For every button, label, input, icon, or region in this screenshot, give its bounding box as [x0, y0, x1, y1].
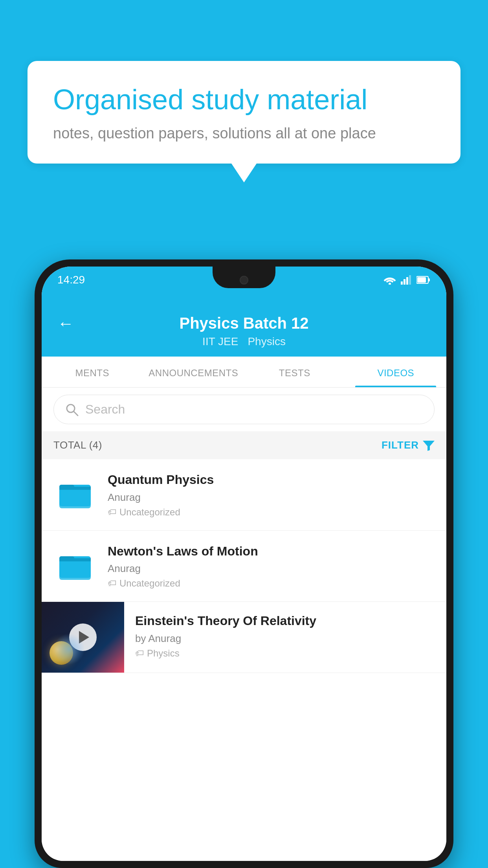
video-tag-einstein: Physics [147, 648, 180, 659]
phone-top-bar: 14:29 [42, 267, 446, 306]
video-info-newton: Newton's Laws of Motion Anurag 🏷 Uncateg… [108, 543, 435, 589]
tab-announcements[interactable]: ANNOUNCEMENTS [143, 357, 244, 387]
svg-point-0 [389, 283, 391, 285]
filter-icon [423, 440, 435, 451]
tabs-bar: MENTS ANNOUNCEMENTS TESTS VIDEOS [42, 357, 446, 388]
video-author-newton: Anurag [108, 563, 435, 575]
phone-screen: 14:29 [42, 267, 446, 861]
bubble-subtitle: notes, question papers, solutions all at… [53, 125, 435, 142]
speech-bubble-section: Organised study material notes, question… [28, 61, 460, 182]
folder-thumbnail-quantum [53, 473, 97, 516]
tag-icon: 🏷 [108, 507, 116, 517]
search-placeholder: Search [85, 402, 125, 417]
filter-button[interactable]: FILTER [382, 439, 435, 451]
page-title: Physics Batch 12 [179, 314, 308, 332]
bubble-title: Organised study material [53, 83, 435, 116]
video-tag-newton: Uncategorized [119, 578, 180, 589]
tag-icon: 🏷 [108, 578, 116, 588]
list-item[interactable]: Quantum Physics Anurag 🏷 Uncategorized [42, 459, 446, 531]
filter-label: FILTER [382, 439, 419, 451]
phone-outer-shell: 14:29 [35, 259, 453, 868]
video-title-einstein: Einstein's Theory Of Relativity [135, 613, 435, 629]
header-tag-physics: Physics [248, 335, 285, 348]
tab-tests[interactable]: TESTS [244, 357, 345, 387]
filter-bar: TOTAL (4) FILTER [42, 431, 446, 459]
folder-thumbnail-newton [53, 544, 97, 588]
back-button[interactable]: ← [57, 314, 74, 333]
video-list: Quantum Physics Anurag 🏷 Uncategorized [42, 459, 446, 861]
video-tag-quantum: Uncategorized [119, 507, 180, 518]
notch-camera [240, 276, 248, 284]
svg-line-9 [74, 412, 78, 416]
wifi-icon [383, 275, 396, 285]
video-title-quantum: Quantum Physics [108, 472, 435, 488]
video-author-quantum: Anurag [108, 491, 435, 504]
speech-bubble-tail [231, 164, 257, 182]
tab-ments[interactable]: MENTS [42, 357, 143, 387]
video-info-quantum: Quantum Physics Anurag 🏷 Uncategorized [108, 472, 435, 518]
speech-bubble-card: Organised study material notes, question… [28, 61, 460, 164]
app-header: ← Physics Batch 12 IIT JEE Physics [42, 306, 446, 357]
status-time: 14:29 [57, 274, 85, 286]
video-info-einstein: Einstein's Theory Of Relativity by Anura… [124, 602, 446, 670]
list-item[interactable]: Einstein's Theory Of Relativity by Anura… [42, 602, 446, 673]
folder-icon [57, 548, 93, 584]
tab-videos[interactable]: VIDEOS [345, 357, 447, 387]
search-box[interactable]: Search [53, 395, 435, 424]
folder-icon [57, 477, 93, 512]
svg-rect-7 [417, 277, 426, 283]
phone-notch [213, 267, 275, 288]
video-title-newton: Newton's Laws of Motion [108, 543, 435, 560]
svg-rect-6 [428, 278, 430, 281]
header-top: ← Physics Batch 12 [57, 314, 431, 332]
search-container: Search [42, 388, 446, 431]
battery-icon [416, 276, 431, 284]
phone-mockup: 14:29 [35, 259, 453, 868]
video-tags-einstein: 🏷 Physics [135, 648, 435, 659]
header-tags: IIT JEE Physics [202, 335, 286, 348]
search-icon [65, 403, 79, 417]
tag-icon: 🏷 [135, 648, 144, 658]
svg-rect-18 [59, 558, 91, 561]
svg-rect-3 [406, 277, 408, 285]
status-icons [383, 275, 431, 285]
svg-rect-1 [401, 281, 403, 285]
svg-rect-4 [409, 275, 411, 285]
glow-graphic [53, 633, 85, 665]
signal-icon [401, 275, 412, 285]
video-tags-newton: 🏷 Uncategorized [108, 578, 435, 589]
header-tag-iitjee: IIT JEE [202, 335, 238, 348]
svg-rect-2 [404, 279, 405, 285]
list-item[interactable]: Newton's Laws of Motion Anurag 🏷 Uncateg… [42, 531, 446, 602]
total-count: TOTAL (4) [53, 439, 102, 451]
svg-rect-14 [59, 487, 91, 490]
video-thumbnail-einstein [42, 602, 124, 673]
video-author-einstein: by Anurag [135, 633, 435, 645]
video-tags-quantum: 🏷 Uncategorized [108, 507, 435, 518]
svg-marker-10 [423, 441, 435, 451]
